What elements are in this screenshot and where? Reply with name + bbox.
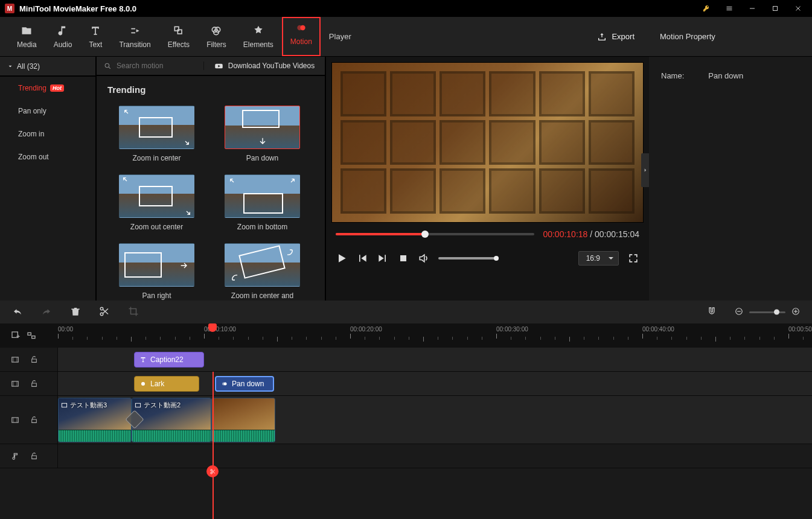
next-button[interactable] bbox=[377, 252, 389, 264]
zoom-out-button[interactable] bbox=[735, 307, 743, 317]
timeline-toolbar bbox=[0, 301, 812, 323]
tab-media[interactable]: Media bbox=[8, 17, 45, 56]
stop-button[interactable] bbox=[397, 252, 409, 264]
category-item-label: Pan only bbox=[18, 107, 46, 115]
motion-card-zoom-in-center[interactable]: Zoom in center bbox=[104, 102, 209, 171]
progress-bar[interactable] bbox=[336, 233, 534, 235]
search-box[interactable] bbox=[97, 62, 204, 70]
key-icon[interactable] bbox=[697, 0, 715, 17]
hot-badge: Hot bbox=[50, 84, 64, 92]
property-title: Motion Property bbox=[649, 17, 812, 57]
category-trending[interactable]: Trending Hot bbox=[0, 77, 95, 100]
clip-label: テスト動画3 bbox=[70, 401, 107, 410]
undo-button[interactable] bbox=[12, 306, 23, 319]
text-icon bbox=[139, 356, 147, 363]
time-current: 00:00:10:18 bbox=[543, 229, 587, 239]
search-icon bbox=[104, 62, 112, 70]
category-pan-only[interactable]: Pan only bbox=[0, 100, 95, 123]
svg-rect-31 bbox=[135, 403, 140, 407]
aspect-ratio-select[interactable]: 16:9 bbox=[578, 251, 619, 266]
motion-card-zoom-out-center[interactable]: Zoom out center bbox=[104, 171, 209, 240]
fullscreen-button[interactable] bbox=[627, 252, 639, 264]
time-display: 00:00:10:18 / 00:00:15:04 bbox=[534, 229, 639, 239]
tab-text-label: Text bbox=[89, 40, 102, 49]
svg-rect-29 bbox=[12, 417, 19, 422]
film-icon bbox=[61, 402, 68, 409]
unlock-icon[interactable] bbox=[30, 355, 38, 363]
volume-icon[interactable] bbox=[418, 252, 430, 264]
category-zoom-out[interactable]: Zoom out bbox=[0, 145, 95, 168]
filter-icon bbox=[139, 380, 147, 387]
tab-audio[interactable]: Audio bbox=[45, 17, 81, 56]
tab-filters[interactable]: Filters bbox=[198, 17, 235, 56]
split-indicator-icon[interactable] bbox=[206, 465, 219, 477]
motion-card-label: Pan right bbox=[141, 287, 172, 301]
maximize-button[interactable] bbox=[766, 0, 784, 17]
svg-point-12 bbox=[100, 307, 103, 310]
prev-button[interactable] bbox=[356, 252, 368, 264]
category-item-label: Trending bbox=[18, 84, 46, 92]
video-clip-3[interactable] bbox=[211, 398, 275, 442]
motion-card-zoom-in-center-and[interactable]: Zoom in center and bbox=[209, 240, 315, 301]
svg-rect-15 bbox=[737, 311, 741, 311]
play-button[interactable] bbox=[336, 252, 348, 264]
crop-button[interactable] bbox=[128, 306, 139, 319]
video-clip-2[interactable]: テスト動画2 bbox=[132, 398, 211, 442]
film-icon bbox=[11, 416, 19, 424]
menu-icon[interactable] bbox=[720, 0, 738, 17]
redo-button[interactable] bbox=[41, 306, 52, 319]
tab-text[interactable]: Text bbox=[80, 17, 110, 56]
search-input[interactable] bbox=[117, 62, 183, 70]
split-button[interactable] bbox=[99, 306, 110, 319]
zoom-in-button[interactable] bbox=[791, 307, 800, 317]
export-button[interactable]: Export bbox=[583, 17, 649, 56]
property-name-value: Pan down bbox=[708, 71, 743, 80]
lark-clip[interactable]: Lark bbox=[134, 376, 199, 392]
video-clip-1[interactable]: テスト動画3 bbox=[58, 398, 132, 442]
tab-elements[interactable]: Elements bbox=[235, 17, 282, 56]
clip-label: テスト動画2 bbox=[144, 401, 181, 410]
app-title: MiniTool MovieMaker Free 8.0.0 bbox=[19, 4, 136, 13]
svg-point-28 bbox=[222, 383, 225, 386]
add-track-icon[interactable] bbox=[11, 331, 21, 340]
film-icon bbox=[11, 380, 19, 388]
download-youtube-link[interactable]: Download YouTube Videos bbox=[204, 62, 325, 71]
unlock-icon[interactable] bbox=[30, 416, 38, 424]
minimize-button[interactable] bbox=[743, 0, 761, 17]
magnet-button[interactable] bbox=[707, 307, 717, 318]
zoom-slider[interactable] bbox=[749, 311, 785, 313]
pan-down-clip[interactable]: Pan down bbox=[215, 376, 274, 392]
clip-label: Pan down bbox=[232, 380, 264, 388]
category-item-label: Zoom out bbox=[18, 153, 49, 161]
unlock-icon[interactable] bbox=[30, 380, 38, 387]
tab-transition[interactable]: Transition bbox=[110, 17, 159, 56]
close-button[interactable] bbox=[789, 0, 807, 17]
category-all[interactable]: All (32) bbox=[0, 57, 95, 77]
delete-button[interactable] bbox=[70, 306, 81, 319]
titlebar: M MiniTool MovieMaker Free 8.0.0 bbox=[0, 0, 812, 17]
motion-card-pan-down[interactable]: Pan down bbox=[209, 102, 315, 171]
timeline-zoom bbox=[735, 307, 800, 317]
video-preview[interactable] bbox=[332, 63, 643, 222]
tab-effects[interactable]: Effects bbox=[159, 17, 198, 56]
tab-motion-label: Motion bbox=[290, 37, 312, 46]
tracks-icon[interactable] bbox=[27, 331, 36, 340]
motion-icon bbox=[221, 380, 228, 387]
motion-card-zoom-in-bottom[interactable]: Zoom in bottom bbox=[209, 171, 315, 240]
tab-transition-label: Transition bbox=[119, 40, 150, 49]
audio-track bbox=[0, 444, 812, 468]
unlock-icon[interactable] bbox=[30, 452, 38, 460]
category-zoom-in[interactable]: Zoom in bbox=[0, 123, 95, 145]
playhead[interactable] bbox=[208, 323, 217, 332]
svg-rect-21 bbox=[32, 336, 35, 339]
caption-clip[interactable]: Caption22 bbox=[134, 352, 204, 368]
motion-browser: Download YouTube Videos Trending Zoom in… bbox=[97, 57, 326, 301]
volume-slider[interactable] bbox=[438, 257, 499, 260]
collapse-properties-toggle[interactable] bbox=[641, 153, 649, 187]
motion-card-pan-right[interactable]: Pan right bbox=[104, 240, 209, 301]
music-icon bbox=[11, 452, 19, 460]
tab-motion[interactable]: Motion bbox=[282, 17, 321, 56]
category-all-label: All (32) bbox=[17, 62, 40, 71]
svg-point-26 bbox=[141, 382, 145, 386]
timeline-ruler[interactable]: 00:0000:00:10:0000:00:20:0000:00:30:0000… bbox=[0, 323, 812, 348]
